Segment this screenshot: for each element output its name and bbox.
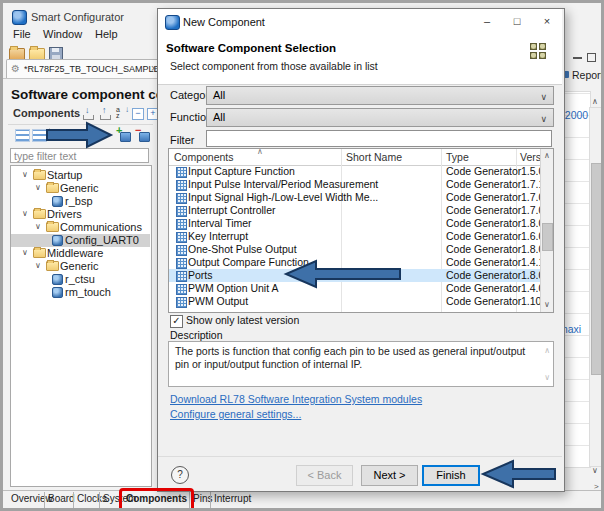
scroll-down-icon[interactable]: ∨ — [592, 466, 598, 475]
chevron-down-icon[interactable]: ∨ — [35, 222, 41, 231]
dialog-icon — [165, 15, 180, 30]
scrollbar-thumb[interactable] — [542, 223, 553, 251]
col-type[interactable]: Type — [446, 151, 469, 164]
component-grid-icon — [176, 232, 187, 243]
folder-icon — [33, 248, 46, 258]
tab-interrupt[interactable]: Interrupt — [214, 493, 251, 504]
editor-tab[interactable]: ⚙ *RL78F25_TB_TOUCH_SAMPLE.scfg × — [6, 59, 163, 79]
component-icon — [52, 287, 63, 298]
tab-separator — [73, 492, 74, 508]
scrollbar-thumb[interactable] — [591, 163, 602, 375]
components-tree: ∨ Startup ∨ Generic r_bsp ∨ Drivers ∨ Co… — [10, 165, 152, 487]
scroll-up-icon[interactable]: ∧ — [541, 149, 553, 163]
report-tab-label[interactable]: Report — [572, 69, 604, 81]
sort-icon[interactable]: az↓ — [116, 107, 128, 119]
description-box[interactable]: The ports is function that config each p… — [168, 341, 554, 387]
configure-settings-link[interactable]: Configure general settings... — [170, 408, 301, 420]
dialog-titlebar[interactable]: New Component – □ × — [158, 9, 562, 35]
function-select[interactable]: All ∨ — [206, 108, 554, 127]
gear-icon: ⚙ — [11, 63, 20, 74]
table-row[interactable]: One-Shot Pulse Output Code Generator 1.8… — [169, 243, 540, 256]
minimize-icon[interactable]: – — [476, 15, 498, 27]
scroll-right-icon[interactable]: > — [594, 482, 599, 491]
scroll-down-icon[interactable]: ∨ — [544, 371, 550, 384]
tab-overview[interactable]: Overview — [11, 493, 53, 504]
table-header[interactable]: Components ∧ Short Name Type Version — [169, 149, 553, 166]
chevron-down-icon[interactable]: ∨ — [22, 170, 28, 179]
tab-separator — [210, 492, 211, 508]
tree-filter-input[interactable] — [10, 148, 149, 163]
chevron-down-icon[interactable]: ∨ — [22, 248, 28, 257]
import-icon[interactable]: ↓ — [82, 108, 95, 120]
tree-item-rm-touch[interactable]: rm_touch — [11, 286, 150, 299]
chevron-down-icon[interactable]: ∨ — [35, 261, 41, 270]
collapse-all-icon[interactable]: − — [132, 108, 144, 120]
table-row[interactable]: Interrupt Controller Code Generator 1.7.… — [169, 204, 540, 217]
component-grid-icon — [176, 297, 187, 308]
show-latest-label: Show only latest version — [186, 314, 299, 326]
buttonbar-divider — [158, 456, 562, 457]
table-row[interactable]: Input Capture Function Code Generator 1.… — [169, 165, 540, 178]
function-value: All — [213, 111, 225, 123]
table-row[interactable]: Key Interrupt Code Generator 1.6.0 — [169, 230, 540, 243]
component-filter-input[interactable] — [206, 130, 552, 147]
tree-item-generic[interactable]: ∨ Generic — [11, 182, 150, 195]
tree-item-startup[interactable]: ∨ Startup — [11, 169, 150, 182]
show-latest-checkbox[interactable]: ✓ — [170, 315, 183, 328]
tree-item-r-ctsu[interactable]: r_ctsu — [11, 273, 150, 286]
next-button[interactable]: Next > — [361, 465, 418, 486]
close-icon[interactable]: × — [536, 15, 558, 27]
tree-item-r-bsp[interactable]: r_bsp — [11, 195, 150, 208]
component-grid-icon — [176, 271, 187, 282]
chevron-down-icon[interactable]: ∨ — [22, 209, 28, 218]
maximize-icon[interactable]: □ — [506, 15, 528, 27]
scroll-up-icon[interactable]: ∧ — [592, 97, 598, 106]
add-component-icon[interactable]: + — [117, 129, 131, 142]
window-title: Smart Configurator — [31, 11, 124, 23]
tree-item-drivers[interactable]: ∨ Drivers — [11, 208, 150, 221]
minimize-view-icon[interactable] — [573, 57, 582, 59]
scroll-down-icon[interactable]: ∨ — [541, 298, 553, 312]
folder-icon — [46, 222, 59, 232]
background-scrollbar[interactable] — [589, 107, 603, 467]
back-button[interactable]: < Back — [296, 465, 353, 486]
export-icon[interactable]: ↑ — [99, 108, 112, 120]
tree-item-communications[interactable]: ∨ Communications — [11, 221, 150, 234]
component-grid-icon — [176, 180, 187, 191]
tab-board[interactable]: Board — [48, 493, 75, 504]
folder-icon — [46, 261, 59, 271]
tree-item-generic-2[interactable]: ∨ Generic — [11, 260, 150, 273]
dialog-header-title: Software Component Selection — [166, 42, 336, 54]
remove-component-icon[interactable]: − — [136, 129, 150, 142]
table-row[interactable]: Input Pulse Interval/Period Measurement … — [169, 178, 540, 191]
component-grid-icon — [176, 258, 187, 269]
component-grid-icon — [176, 245, 187, 256]
table-scrollbar[interactable]: ∧ ∨ — [540, 149, 553, 312]
annotation-arrow-ports — [282, 258, 402, 291]
menu-window[interactable]: Window — [43, 28, 82, 40]
tree-item-config-uart0[interactable]: Config_UART0 — [11, 234, 150, 247]
menu-file[interactable]: File — [13, 28, 31, 40]
finish-button[interactable]: Finish — [422, 465, 480, 486]
dialog-header: Software Component Selection Select comp… — [158, 35, 562, 85]
tree-item-middleware[interactable]: ∨ Middleware — [11, 247, 150, 260]
col-components[interactable]: Components — [174, 151, 234, 164]
table-row[interactable]: PWM Output Code Generator 1.10.0 — [169, 295, 540, 308]
view-flat-icon[interactable] — [15, 129, 30, 142]
background-report-panel: Report ∧ 32000 maxi ∨ > — [560, 39, 604, 508]
chevron-down-icon[interactable]: ∨ — [35, 183, 41, 192]
close-tab-icon[interactable]: × — [151, 63, 157, 74]
restore-view-icon[interactable] — [587, 53, 596, 62]
description-text: The ports is function that config each p… — [175, 345, 527, 371]
folder-icon — [33, 209, 46, 219]
folder-icon — [46, 183, 59, 193]
category-select[interactable]: All ∨ — [206, 86, 554, 105]
scroll-up-icon[interactable]: ∧ — [544, 344, 550, 357]
table-row[interactable]: Interval Timer Code Generator 1.8.0 — [169, 217, 540, 230]
help-button[interactable]: ? — [171, 466, 189, 484]
component-icon — [52, 196, 63, 207]
menu-help[interactable]: Help — [95, 28, 118, 40]
download-modules-link[interactable]: Download RL78 Software Integration Syste… — [170, 393, 422, 405]
table-row[interactable]: Input Signal High-/Low-Level Width Me...… — [169, 191, 540, 204]
col-short-name[interactable]: Short Name — [346, 151, 402, 164]
